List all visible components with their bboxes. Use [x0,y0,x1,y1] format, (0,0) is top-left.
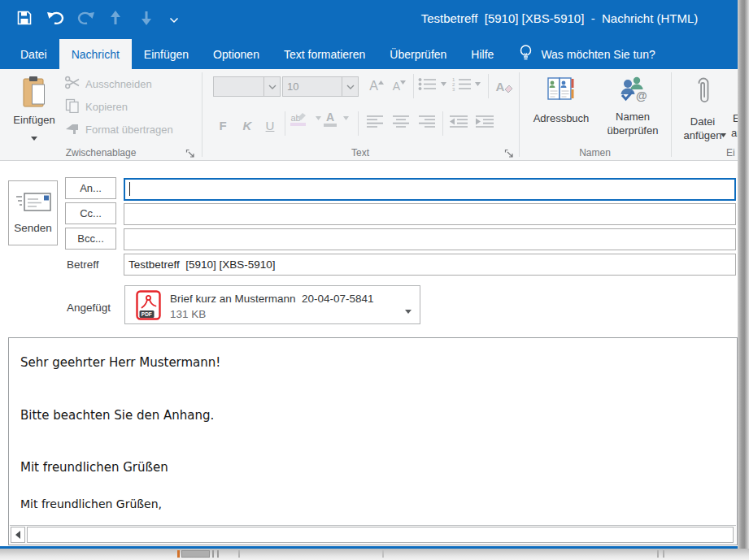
tab-ueberpruefen[interactable]: Überprüfen [377,39,459,69]
next-item-button[interactable] [137,11,156,28]
address-book-icon [546,76,577,106]
save-button[interactable] [15,11,34,28]
paste-dropdown-icon[interactable] [31,129,37,144]
message-body-editor[interactable]: Sehr geehrter Herr Mustermann! Bitte bea… [8,337,738,545]
sliver-tick [177,550,180,558]
attachment-chip[interactable]: PDF Brief kurz an Mustermann 20-04-07-58… [124,285,420,324]
font-name-combo [213,76,281,97]
format-painter-label: Format übertragen [85,124,173,136]
triangle-left-icon [15,531,20,539]
attachment-size: 131 KB [170,308,206,320]
send-envelope-icon [15,192,52,215]
subject-field[interactable]: Testbetreff [5910] [XBS-5910] [124,254,736,276]
chevron-down-icon [263,77,280,96]
outlook-message-window: Testbetreff [5910] [XBS-5910] - Nachrich… [0,0,749,560]
copy-label: Kopieren [85,101,128,113]
pdf-badge-text: PDF [142,311,152,317]
lightbulb-icon [519,44,533,64]
bcc-button[interactable]: Bcc... [65,228,116,250]
tell-me-label: Was möchten Sie tun? [541,48,655,61]
svg-text:3: 3 [452,87,455,91]
chevron-down-icon [169,12,179,27]
redo-icon [77,10,95,29]
arrow-down-icon [139,10,154,29]
paste-button[interactable]: Einfügen [11,73,57,145]
text-dialog-launcher-icon[interactable] [504,147,514,162]
body-line: Mit freundlichen Grüßen, [20,497,162,510]
tell-me-box[interactable]: Was möchten Sie tun? [519,39,655,69]
window-right-edge [738,0,749,549]
customize-qat-button[interactable] [164,11,184,28]
title-bar: Testbetreff [5910] [XBS-5910] - Nachrich… [0,0,749,39]
bcc-field[interactable] [124,228,736,250]
attach-file-label-line2: anfügen [684,128,722,142]
sliver-tick [382,550,384,558]
body-line: Bitte beachten Sie den Anhang. [20,408,214,423]
check-names-label-line2: überprüfen [607,124,659,137]
cc-button[interactable]: Cc... [65,202,116,224]
align-right-button [418,115,436,128]
text-cursor [129,182,130,196]
background-window-sliver [0,549,749,560]
scroll-left-button[interactable] [11,527,25,543]
decrease-indent-button [449,115,468,128]
undo-icon [46,10,64,29]
font-size-combo: 10 [282,76,359,97]
pdf-file-icon: PDF [136,290,161,323]
sliver-tick [663,550,664,558]
bold-button: F [213,115,233,136]
previous-item-button[interactable] [106,11,125,28]
cut-label: Ausschneiden [85,78,152,90]
grow-font-button: A [366,76,387,97]
tab-nachricht[interactable]: Nachricht [59,39,132,69]
sliver-tick [238,550,240,558]
names-group-label: Namen [519,147,671,158]
increase-indent-button [475,115,494,128]
cc-field[interactable] [124,203,736,225]
scissors-icon [65,76,80,92]
font-color-dropdown-icon [343,116,349,120]
body-line: Mit freundlichen Grüßen [20,460,168,475]
address-book-button[interactable]: Adressbuch [527,72,595,147]
clipboard-dialog-launcher-icon[interactable] [185,147,195,162]
check-names-button[interactable]: @ Namen überprüfen [599,72,667,147]
group-separator [519,72,520,157]
group-separator [671,72,672,157]
horizontal-scrollbar[interactable] [10,525,736,544]
format-painter-button: Format übertragen [65,121,173,137]
copy-icon [65,98,80,115]
italic-button: K [237,115,257,136]
highlight-button: ab [290,113,306,126]
ribbon: Einfügen Ausschneiden Kopieren Format üb… [0,69,749,161]
tab-text-formatieren[interactable]: Text formatieren [272,39,377,69]
align-left-button [366,115,384,128]
text-group-label: Text [202,147,519,158]
bullets-button [418,77,446,91]
font-color-button: A [324,111,337,127]
attachment-dropdown-icon[interactable] [405,302,412,317]
send-button[interactable]: Senden [8,180,58,245]
clipboard-paste-icon [21,76,47,113]
tab-datei[interactable]: Datei [8,39,59,69]
arrow-up-icon [108,10,123,29]
redo-button[interactable] [76,11,96,28]
sliver-block [181,550,210,558]
undo-button[interactable] [46,11,65,28]
check-names-label-line1: Namen [616,110,650,124]
scrollbar-thumb[interactable] [27,527,734,543]
shrink-font-button: A [389,76,410,97]
clipboard-group-label: Zwischenablage [0,147,202,158]
tab-hilfe[interactable]: Hilfe [459,39,506,69]
address-book-label: Adressbuch [533,111,590,125]
ribbon-tab-bar: Datei Nachricht Einfügen Optionen Text f… [0,39,749,69]
chevron-down-icon [342,77,358,96]
attach-file-label-line1: Datei [690,115,715,128]
group-separator [202,72,202,157]
tab-einfuegen[interactable]: Einfügen [132,39,201,69]
sliver-tick [657,550,659,558]
attached-label: Angefügt [67,302,111,314]
tab-optionen[interactable]: Optionen [201,39,272,69]
to-field[interactable] [124,178,736,201]
to-button[interactable]: An... [65,177,116,199]
clear-formatting-button: A [493,76,516,97]
